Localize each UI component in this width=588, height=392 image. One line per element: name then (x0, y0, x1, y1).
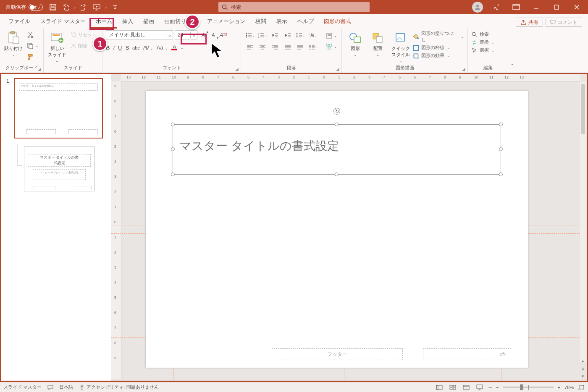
paste-button[interactable]: 貼り付け ⌄ (3, 30, 24, 57)
page-number-placeholder[interactable]: ‹#› (423, 348, 511, 360)
tab-review[interactable]: 校閲 (250, 15, 271, 29)
arrange-button[interactable]: 配置⌄ (368, 30, 388, 57)
tab-shape-format[interactable]: 図形の書式 (319, 15, 356, 29)
next-slide-icon[interactable]: ▾ (582, 374, 584, 379)
status-language[interactable]: 日本語 (59, 384, 73, 390)
ribbon-mode-button[interactable] (507, 0, 526, 14)
align-center-button[interactable] (257, 42, 268, 52)
justify-button[interactable] (282, 42, 293, 52)
clipboard-launcher[interactable]: ◢ (37, 66, 42, 71)
cut-button[interactable] (26, 30, 39, 39)
slideshow-more-icon[interactable]: ⌄ (104, 5, 108, 9)
shape-fill-button[interactable]: 図形の塗りつぶし⌄ (413, 30, 464, 43)
underline-button[interactable]: U (118, 44, 122, 51)
copy-button[interactable]: ⌄ (26, 41, 39, 50)
tab-home[interactable]: ホーム (91, 15, 117, 29)
select-button[interactable]: 選択⌄ (471, 47, 495, 53)
grow-font-button[interactable]: A▴ (199, 31, 207, 39)
strike-button[interactable]: abc (132, 45, 140, 50)
slide-canvas[interactable]: ↻ マスター タイトルの書式設定 フッター ‹#› (146, 91, 528, 368)
thumb-layout-1[interactable]: マスター タイトルの書 式設定 マスター サブタイトルの書式設定 (24, 146, 94, 191)
font-size-combo[interactable]: 24 ⌄ (175, 30, 197, 39)
char-spacing-button[interactable]: AV ⌄ (143, 44, 153, 51)
try-features-button[interactable] (486, 0, 506, 14)
smartart-button[interactable]: ⌄ (326, 42, 338, 51)
rotate-handle[interactable]: ↻ (333, 108, 340, 115)
view-sorter-button[interactable] (448, 384, 457, 391)
slideshow-start-button[interactable] (92, 2, 102, 12)
fit-window-button[interactable] (578, 384, 585, 390)
zoom-value[interactable]: 78% (564, 385, 574, 390)
tab-animations[interactable]: アニメーション (202, 15, 250, 29)
save-button[interactable] (48, 2, 58, 12)
shadow-button[interactable]: S (125, 44, 129, 51)
align-right-button[interactable] (270, 42, 281, 52)
columns-button[interactable]: ⌄ (307, 42, 318, 52)
prev-slide-icon[interactable]: ▴ (582, 358, 584, 363)
tab-help[interactable]: ヘルプ (292, 15, 319, 29)
autosave-toggle[interactable]: 自動保存 オフ (3, 4, 45, 11)
minimize-button[interactable] (527, 0, 546, 14)
qat-customize-button[interactable] (110, 2, 120, 12)
collapse-ribbon-button[interactable]: ˆ (508, 29, 517, 73)
font-color-button[interactable]: A (171, 45, 177, 50)
undo-more-icon[interactable]: ⌄ (73, 5, 76, 9)
chevron-down-icon[interactable]: ⌄ (181, 46, 184, 50)
account-button[interactable] (472, 2, 483, 13)
new-slide-button[interactable]: 新しい スライド ⌄ (47, 30, 67, 63)
zoom-in-button[interactable]: + (558, 385, 560, 390)
split-icon[interactable]: ≡ (582, 366, 584, 371)
thumbnail-pane[interactable]: 1 マスター タイトルの書式設定 マスター タイトルの書 式設定 マスター サブ… (1, 74, 111, 381)
tab-slide-master[interactable]: スライド マスター (35, 15, 91, 29)
thumb-master[interactable]: マスター タイトルの書式設定 (14, 78, 103, 139)
find-button[interactable]: 検索 (471, 31, 495, 37)
align-left-button[interactable] (244, 42, 255, 52)
tab-file[interactable]: ファイル (3, 15, 35, 29)
undo-button[interactable] (60, 2, 71, 12)
distribute-button[interactable] (295, 42, 306, 52)
font-launcher[interactable]: ◢ (234, 66, 239, 71)
text-direction-button[interactable]: ᴵA⌄ (307, 30, 318, 40)
zoom-slider[interactable] (503, 387, 554, 388)
view-reading-button[interactable] (462, 384, 471, 391)
decrease-indent-button[interactable] (270, 30, 281, 40)
shapes-button[interactable]: 図形⌄ (345, 30, 365, 57)
view-slideshow-button[interactable] (475, 384, 484, 391)
increase-indent-button[interactable] (282, 30, 293, 40)
redo-button[interactable] (79, 2, 89, 12)
drawing-launcher[interactable]: ◢ (461, 66, 466, 71)
status-a11y[interactable]: アクセシビリティ: 問題ありません (79, 384, 159, 390)
share-button[interactable]: 共有 (516, 18, 543, 27)
zoom-handle[interactable] (520, 384, 523, 390)
replace-button[interactable]: 置換⌄ (471, 39, 495, 45)
shape-effects-button[interactable]: 図形の効果⌄ (413, 52, 464, 59)
maximize-button[interactable] (547, 0, 566, 14)
bullets-button[interactable]: ⌄ (244, 30, 255, 40)
shrink-font-button[interactable]: A▾ (209, 31, 218, 39)
search-box[interactable]: 検索 (218, 2, 370, 12)
footer-placeholder[interactable]: フッター (272, 348, 403, 360)
clear-format-button[interactable]: A⌫ (219, 31, 228, 39)
change-case-button[interactable]: Aa ⌄ (157, 44, 168, 51)
quick-styles-button[interactable]: クイック スタイル⌄ (391, 30, 411, 63)
format-painter-button[interactable] (26, 52, 39, 61)
vertical-scrollbar[interactable] (580, 82, 586, 362)
tab-draw[interactable]: 描画 (138, 15, 159, 29)
align-text-button[interactable]: ⌄ (326, 31, 338, 40)
italic-button[interactable]: I (113, 44, 115, 51)
status-notes-icon[interactable] (47, 385, 53, 390)
comments-button[interactable]: コメント (546, 18, 582, 27)
slide-editor[interactable]: 13121110987654321012345678910111213 9876… (111, 74, 587, 381)
numbering-button[interactable]: 123⌄ (257, 30, 268, 40)
tab-view[interactable]: 表示 (271, 15, 292, 29)
title-text[interactable]: マスター タイトルの書式設定 (179, 138, 339, 154)
view-normal-button[interactable] (435, 384, 444, 391)
zoom-out-button[interactable]: − (496, 385, 499, 390)
line-spacing-button[interactable]: ⌄ (295, 30, 306, 40)
shape-outline-button[interactable]: 図形の枠線⌄ (413, 44, 464, 51)
tab-insert[interactable]: 挿入 (117, 15, 138, 29)
paragraph-launcher[interactable]: ◢ (335, 66, 340, 71)
close-button[interactable] (567, 0, 586, 14)
scrollbar-thumb[interactable] (581, 84, 585, 134)
font-name-combo[interactable]: メイリオ 見出し ⌄ (106, 30, 173, 39)
